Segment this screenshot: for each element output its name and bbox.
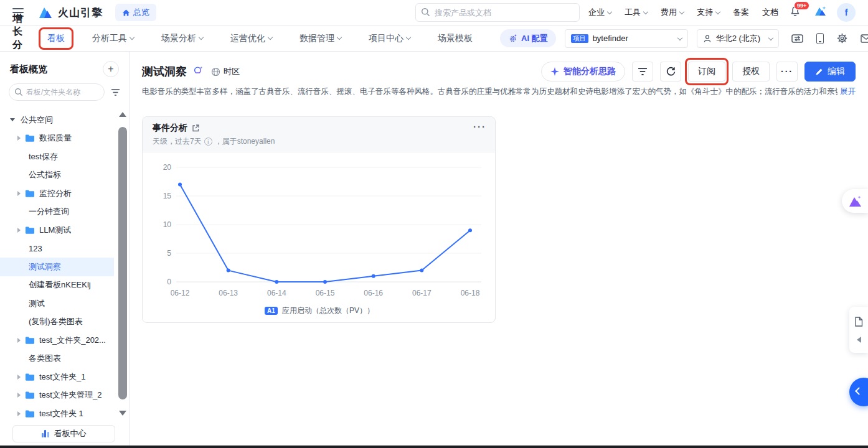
app-nav-item[interactable]: 数据管理 xyxy=(300,33,341,44)
svg-text:06-17: 06-17 xyxy=(412,289,432,297)
filter-button[interactable] xyxy=(632,62,653,82)
tree-item-folder[interactable]: test文件夹 1 xyxy=(0,404,114,423)
edit-button[interactable]: 编辑 xyxy=(804,62,856,82)
folder-icon xyxy=(26,337,34,344)
console-shortcut-button[interactable] xyxy=(813,5,827,20)
card-more-button[interactable]: ··· xyxy=(473,121,486,132)
region-name: 华北2 (北京) xyxy=(716,33,761,44)
tree-item-dashboard[interactable]: 123 xyxy=(0,240,114,258)
tree-item-label: 测试 xyxy=(29,298,45,309)
folder-icon xyxy=(26,134,34,142)
tree-item-dashboard[interactable]: 创建看板nKEEKlj xyxy=(0,276,114,295)
ai-config-button[interactable]: AI 配置 xyxy=(500,29,556,47)
project-select[interactable]: 项目 bytefinder xyxy=(565,29,688,48)
tree-item-folder[interactable]: test_文件夹_202... xyxy=(0,331,114,350)
project-name: bytefinder xyxy=(593,34,628,43)
console-switch-button[interactable] xyxy=(791,34,803,44)
expand-link[interactable]: 展开 xyxy=(840,86,856,97)
info-icon[interactable]: i xyxy=(204,138,212,146)
caret-right-icon[interactable] xyxy=(17,338,21,343)
app-nav-item[interactable]: 场景分析 xyxy=(161,33,203,44)
tree-item-label: test文件夹 1 xyxy=(39,408,83,419)
top-nav-item[interactable]: 备案 xyxy=(733,7,749,18)
svg-text:5: 5 xyxy=(167,249,171,258)
caret-right-icon[interactable] xyxy=(17,136,21,141)
tree-item-dashboard[interactable]: (复制)各类图表 xyxy=(0,313,114,332)
tree-item-dashboard[interactable]: 测试 xyxy=(0,294,114,313)
svg-text:06-18: 06-18 xyxy=(461,289,480,297)
chevron-down-icon xyxy=(679,9,684,14)
scroll-up-arrow[interactable] xyxy=(119,112,126,117)
caret-right-icon[interactable] xyxy=(17,393,21,398)
app-nav-item[interactable]: 项目中心 xyxy=(369,33,410,44)
tree-item-dashboard[interactable]: 测试洞察 xyxy=(0,258,114,276)
sparkle-icon xyxy=(550,67,559,76)
tree-item-dashboard[interactable]: test保存 xyxy=(0,147,114,166)
caret-right-icon[interactable] xyxy=(17,375,21,380)
tree-item-folder[interactable]: LLM测试 xyxy=(0,221,114,240)
top-nav-item[interactable]: 企业 xyxy=(588,7,611,18)
settings-button[interactable] xyxy=(837,33,847,44)
scroll-down-arrow[interactable] xyxy=(119,411,126,416)
ai-analysis-button[interactable]: 智能分析思路 xyxy=(541,62,625,82)
dashboard-search-input[interactable] xyxy=(9,83,105,101)
top-nav-item[interactable]: 工具 xyxy=(625,7,648,18)
app-nav-item[interactable]: 场景模板 xyxy=(438,33,473,44)
subscribe-button[interactable]: 订阅 xyxy=(688,62,725,82)
top-nav-item[interactable]: 文档 xyxy=(762,7,778,18)
tree-item-dashboard[interactable]: 公共空间 xyxy=(0,111,114,129)
ai-assistant-button[interactable] xyxy=(842,189,868,213)
top-nav-item[interactable]: 支持 xyxy=(697,7,720,18)
open-in-new-icon[interactable] xyxy=(192,124,199,132)
app-nav-item[interactable]: 运营优化 xyxy=(230,33,272,44)
tree-item-label: (复制)各类图表 xyxy=(29,316,83,327)
mobile-button[interactable] xyxy=(816,33,824,44)
brand-logo[interactable]: 火山引擎 xyxy=(37,6,103,20)
tree-item-folder[interactable]: 数据质量 xyxy=(0,129,114,148)
add-dashboard-button[interactable]: + xyxy=(103,61,119,77)
more-button[interactable]: ··· xyxy=(776,62,798,82)
mountain-sparkle-icon xyxy=(813,5,827,17)
top-nav-item[interactable]: 费用 xyxy=(661,7,684,18)
authorize-button[interactable]: 授权 xyxy=(732,62,770,82)
overview-button[interactable]: 总览 xyxy=(115,4,156,21)
notifications-button[interactable]: 99+ xyxy=(790,6,801,20)
page-title: 测试洞察 xyxy=(142,64,187,79)
search-input[interactable] xyxy=(415,3,580,22)
app-nav-item[interactable]: 看板 xyxy=(47,33,65,44)
caret-right-icon[interactable] xyxy=(17,191,21,196)
user-avatar[interactable]: f xyxy=(837,3,856,22)
caret-right-icon[interactable] xyxy=(17,411,21,416)
scrollbar-thumb[interactable] xyxy=(118,127,127,399)
region-select[interactable]: 华北2 (北京) xyxy=(697,29,779,48)
tree-item-folder[interactable]: test文件夹管理_2 xyxy=(0,386,114,405)
legend-label: 应用启动（总次数（PV）） xyxy=(282,306,374,316)
event-analysis-card: 事件分析 天级，过去7天 i ，属于stoneyallen ··· 051015… xyxy=(142,116,496,323)
folder-icon xyxy=(26,373,34,381)
tree-item-dashboard[interactable]: 一分钟查询 xyxy=(0,203,114,222)
dashboard-center-button[interactable]: 看板中心 xyxy=(12,425,115,442)
app-nav-item[interactable]: 分析工具 xyxy=(92,33,134,44)
bar-chart-icon xyxy=(42,430,49,437)
chevron-down-icon xyxy=(715,9,720,14)
document-icon[interactable] xyxy=(854,317,863,327)
insight-bulb-icon[interactable] xyxy=(192,66,203,77)
dashboard-tree: 公共空间数据质量test保存公式指标监控分析一分钟查询LLM测试123测试洞察创… xyxy=(0,111,114,424)
timezone-control[interactable]: 时区 xyxy=(211,66,240,77)
chevron-down-icon xyxy=(268,35,273,40)
tree-item-dashboard[interactable]: 各类图表 xyxy=(0,350,114,368)
tree-item-dashboard[interactable]: 公式指标 xyxy=(0,166,114,185)
caret-down-icon[interactable] xyxy=(10,118,15,121)
tree-item-label: 监控分析 xyxy=(39,188,72,199)
tree-item-label: test文件夹_1 xyxy=(39,371,85,383)
chevron-down-icon xyxy=(643,9,648,14)
tree-item-label: 创建看板nKEEKlj xyxy=(29,279,91,291)
tree-item-folder[interactable]: test文件夹_1 xyxy=(0,368,114,386)
filter-icon[interactable] xyxy=(111,88,120,96)
tree-item-folder[interactable]: 监控分析 xyxy=(0,184,114,203)
refresh-button[interactable] xyxy=(660,62,681,82)
svg-text:06-15: 06-15 xyxy=(316,289,335,297)
messages-button[interactable] xyxy=(861,34,868,43)
caret-right-icon[interactable] xyxy=(17,228,21,233)
collapse-panel-icon[interactable] xyxy=(857,337,861,343)
